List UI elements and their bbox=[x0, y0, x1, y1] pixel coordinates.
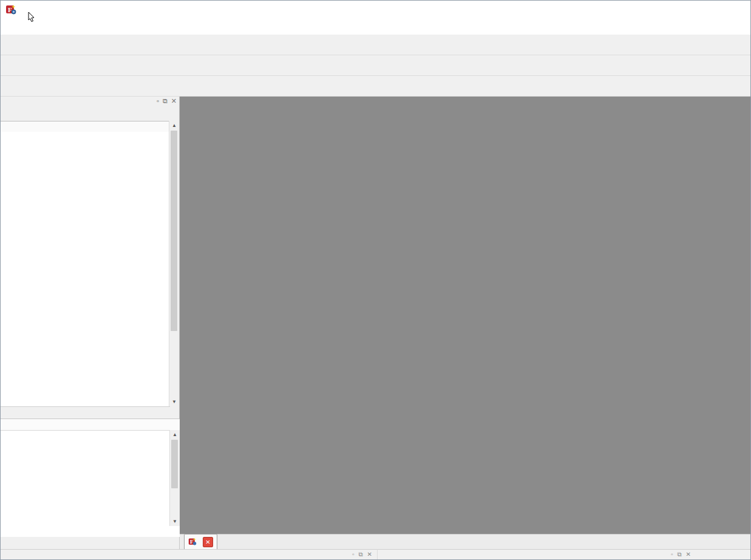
panel-undock-button[interactable]: ⧉ bbox=[163, 97, 168, 105]
model-tree bbox=[1, 132, 170, 407]
document-tab-bar: F ✕ bbox=[180, 534, 751, 549]
property-column-name bbox=[1, 419, 95, 430]
freecad-file-icon: F bbox=[188, 538, 197, 546]
scroll-down-icon[interactable]: ▼ bbox=[169, 397, 179, 406]
property-scrollbar[interactable]: ▲ ▼ bbox=[169, 430, 180, 526]
svg-text:F: F bbox=[190, 539, 193, 545]
tree-scrollbar-thumb[interactable] bbox=[171, 131, 177, 331]
freecad-window: F ▫ ⧉ ✕ bbox=[0, 0, 751, 560]
menu-bar bbox=[1, 19, 750, 35]
panel-undock-button[interactable]: ⧉ bbox=[358, 551, 362, 558]
minimize-button[interactable] bbox=[668, 1, 696, 19]
close-button[interactable] bbox=[723, 1, 750, 19]
property-editor: ▲ ▼ bbox=[1, 418, 180, 537]
scroll-up-icon[interactable]: ▲ bbox=[169, 121, 179, 130]
panel-close-button[interactable]: ✕ bbox=[686, 551, 691, 558]
toolbar-view bbox=[1, 55, 750, 76]
combo-view-title-bar: ▫ ⧉ ✕ bbox=[1, 97, 179, 108]
panel-float-button[interactable]: ▫ bbox=[352, 551, 355, 558]
title-bar: F bbox=[1, 1, 750, 19]
property-header bbox=[1, 419, 180, 431]
panel-close-button[interactable]: ✕ bbox=[367, 551, 372, 558]
panel-close-button[interactable]: ✕ bbox=[171, 97, 177, 105]
panel-undock-button[interactable]: ⧉ bbox=[677, 551, 681, 558]
scroll-down-icon[interactable]: ▼ bbox=[170, 517, 180, 526]
python-console-panel-bar[interactable]: ▫ ⧉ ✕ bbox=[377, 549, 751, 560]
mouse-cursor bbox=[27, 12, 37, 24]
property-view-tabs bbox=[1, 535, 180, 549]
tree-scrollbar[interactable]: ▲ ▼ bbox=[169, 121, 179, 406]
combo-view-tabs bbox=[1, 108, 179, 121]
scroll-up-icon[interactable]: ▲ bbox=[170, 430, 180, 439]
combo-view-panel: ▫ ⧉ ✕ ▲ ▼ ▲ ▼ bbox=[1, 97, 180, 549]
panel-float-button[interactable]: ▫ bbox=[671, 551, 673, 558]
document-close-icon[interactable]: ✕ bbox=[203, 537, 213, 547]
maximize-button[interactable] bbox=[696, 1, 723, 19]
app-logo-icon: F bbox=[5, 4, 16, 15]
property-scrollbar-thumb[interactable] bbox=[171, 440, 178, 488]
panel-float-button[interactable]: ▫ bbox=[157, 97, 159, 105]
3d-viewport[interactable] bbox=[180, 97, 751, 534]
toolbar-file bbox=[1, 35, 750, 55]
document-tab[interactable]: F ✕ bbox=[184, 534, 217, 549]
toolbar-partdesign bbox=[1, 76, 750, 97]
report-view-panel-bar[interactable]: ▫ ⧉ ✕ bbox=[1, 549, 377, 560]
